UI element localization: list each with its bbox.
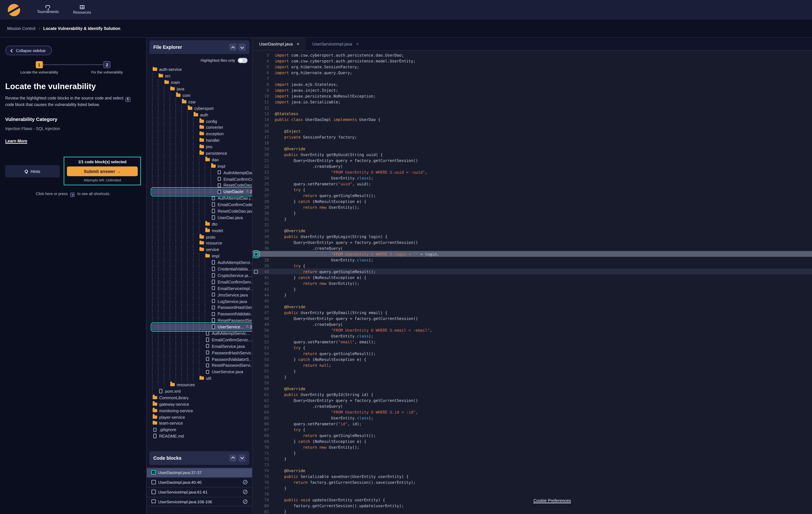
- indent-guide: [187, 246, 193, 253]
- learn-more-link[interactable]: Learn More: [5, 139, 27, 143]
- next-block-button[interactable]: [238, 454, 245, 461]
- tree-folder-com[interactable]: com: [152, 92, 252, 99]
- close-icon[interactable]: ×: [297, 42, 299, 46]
- highlighted-files-toggle[interactable]: [238, 58, 248, 63]
- tree-file-emailconfirmserv[interactable]: EmailConfirmServ…: [152, 279, 252, 285]
- tree-file-authattemptservi[interactable]: AuthAttemptServi…: [152, 259, 252, 266]
- tree-file-passwordhashservic[interactable]: PasswordHashServic…: [152, 349, 252, 356]
- tree-file-userservice[interactable]: UserService…⚠2: [152, 324, 252, 330]
- tree-folder-config[interactable]: config: [152, 118, 252, 124]
- count-badge: 1: [125, 97, 130, 102]
- tree-file-jmsservice.java[interactable]: JmsService.java: [152, 292, 252, 298]
- tree-file-emailserviceimpl[interactable]: EmailServiceImpl…: [152, 285, 252, 292]
- code-block-item[interactable]: UserServiceImpl.java:106-106: [147, 496, 252, 506]
- code-block-item[interactable]: UserDaoImpl.java:40-40: [147, 477, 252, 487]
- tab-userdaoimpl[interactable]: UserDaoImpl.java ×: [253, 38, 306, 50]
- tree-file-authattemptdao.j[interactable]: AuthAttemptDao.j…: [152, 195, 252, 201]
- breadcrumb-mission-control[interactable]: Mission Control: [7, 26, 35, 31]
- tree-file-emailconfirmservic[interactable]: EmailConfirmServic…: [152, 336, 252, 343]
- tree-folder-handler[interactable]: handler: [152, 137, 252, 143]
- tree-file-passwordvalidato[interactable]: PasswordValidato…: [152, 310, 252, 317]
- tree-folder-player-service[interactable]: player-service: [152, 413, 252, 420]
- tree-folder-main[interactable]: main: [152, 79, 252, 86]
- app-logo[interactable]: [8, 4, 20, 16]
- prev-block-button[interactable]: [229, 454, 236, 461]
- code-block-item[interactable]: UserDaoImpl.java:37-37: [147, 467, 252, 477]
- tree-folder-persistence[interactable]: persistence: [152, 150, 252, 156]
- cookie-preferences-link[interactable]: Cookie Preferences: [533, 498, 571, 503]
- close-icon[interactable]: ×: [356, 42, 359, 46]
- tree-file-resetpasswordservi[interactable]: ResetPasswordServi…: [152, 362, 252, 369]
- tree-file-userdao.java[interactable]: UserDao.java: [152, 214, 252, 221]
- file-icon: [212, 196, 215, 200]
- nav-tournaments[interactable]: Tournaments: [37, 5, 59, 14]
- line-number: 55: [259, 357, 269, 361]
- code-block-checkbox[interactable]: [151, 480, 155, 484]
- tree-folder-impl[interactable]: impl: [152, 253, 252, 259]
- line-number: 35: [259, 240, 269, 244]
- shortcuts-link[interactable]: Click here or press ? to see all shortcu…: [5, 192, 141, 197]
- tree-folder-proto[interactable]: proto: [152, 234, 252, 240]
- tree-file-logservice.java[interactable]: LogService.java: [152, 298, 252, 304]
- tree-file-emailconfirmco[interactable]: EmailConfirmCo…: [152, 176, 252, 182]
- tree-item-label: model: [212, 228, 223, 233]
- tree-folder-dao[interactable]: dao: [152, 156, 252, 163]
- tree-file-passwordvalidators[interactable]: PasswordValidatorS…: [152, 356, 252, 362]
- code-block-item[interactable]: UserServiceImpl.java:61-61: [147, 487, 252, 496]
- code-line-33: 33 @Override: [253, 227, 812, 234]
- prev-highlight-button[interactable]: [229, 44, 236, 51]
- tree-file-passwordhashserv[interactable]: PasswordHashServ…: [152, 304, 252, 311]
- tree-file-credentialvalida[interactable]: CredentialValida…: [152, 266, 252, 272]
- tree-file-pom.xml[interactable]: pom.xml: [152, 388, 252, 395]
- tree-folder-service[interactable]: service: [152, 246, 252, 253]
- tree-folder-cybersport[interactable]: cybersport: [152, 105, 252, 111]
- tree-folder-csw[interactable]: csw: [152, 99, 252, 105]
- tree-file-userservice.java[interactable]: UserService.java: [152, 369, 252, 375]
- tree-folder-jms[interactable]: jms: [152, 143, 252, 150]
- tree-folder-model[interactable]: model: [152, 227, 252, 234]
- line-checkbox[interactable]: [254, 270, 258, 273]
- tree-folder-auth[interactable]: auth: [152, 111, 252, 118]
- indent-guide: [199, 163, 205, 169]
- tree-file-resetpasswordser[interactable]: ResetPasswordSer…: [152, 317, 252, 324]
- hints-button[interactable]: Hints: [5, 165, 60, 177]
- tree-file-userdaoim[interactable]: UserDaoIm…⚠2: [152, 189, 252, 195]
- line-checkbox[interactable]: [254, 252, 258, 256]
- tree-folder-resources[interactable]: resources: [152, 381, 252, 388]
- tree-file-.gitignore[interactable]: .gitignore: [152, 427, 252, 433]
- tree-folder-gateway-service[interactable]: gateway-service: [152, 401, 252, 407]
- code-block-checkbox[interactable]: [151, 490, 155, 494]
- tree-file-emailservice.java[interactable]: EmailService.java: [152, 343, 252, 349]
- collapse-sidebar-button[interactable]: Collapse sidebar: [5, 45, 52, 55]
- tree-folder-src[interactable]: src: [152, 73, 252, 79]
- tree-folder-java[interactable]: java: [152, 86, 252, 92]
- tree-folder-exception[interactable]: exception: [152, 131, 252, 137]
- code-text: } catch (NoResultException e) {: [275, 357, 366, 361]
- indent-guide: [181, 214, 187, 221]
- tree-file-cryptoservice.ja[interactable]: CryptoService.ja…: [152, 272, 252, 279]
- indent-guide: [181, 246, 187, 253]
- tree-item-label: impl: [212, 254, 220, 258]
- next-highlight-button[interactable]: [238, 44, 245, 51]
- tree-file-emailconfirmcode[interactable]: EmailConfirmCode…: [152, 201, 252, 208]
- tree-folder-dto[interactable]: dto: [152, 221, 252, 227]
- tree-file-resetcodedao.java[interactable]: ResetCodeDao.java: [152, 208, 252, 214]
- tree-folder-converter[interactable]: converter: [152, 124, 252, 131]
- tree-folder-commonlibrary[interactable]: CommonLibrary: [152, 395, 252, 401]
- code-block-checkbox[interactable]: [151, 470, 155, 475]
- tree-folder-monitoring-service[interactable]: monitoring-service: [152, 407, 252, 414]
- tree-file-authattemptservic[interactable]: AuthAttemptServic…: [152, 330, 252, 336]
- tree-folder-auth-service[interactable]: auth-service: [152, 66, 252, 73]
- tab-userserviceimpl[interactable]: UserServiceImpl.java ×: [306, 38, 365, 50]
- tree-folder-resource[interactable]: resource: [152, 240, 252, 246]
- indent-guide: [152, 388, 158, 395]
- tree-folder-team-service[interactable]: team-service: [152, 420, 252, 427]
- tree-file-readme.md[interactable]: README.md: [152, 433, 252, 439]
- submit-answer-button[interactable]: Submit answer →: [67, 166, 138, 176]
- tree-file-resetcodedaoim[interactable]: ResetCodeDaoIm…: [152, 182, 252, 189]
- code-block-checkbox[interactable]: [151, 499, 155, 504]
- tree-folder-impl[interactable]: impl: [152, 163, 252, 169]
- tree-file-authattemptdao[interactable]: AuthAttemptDao…: [152, 169, 252, 176]
- nav-resources[interactable]: Resources: [73, 5, 91, 14]
- tree-folder-util[interactable]: util: [152, 375, 252, 381]
